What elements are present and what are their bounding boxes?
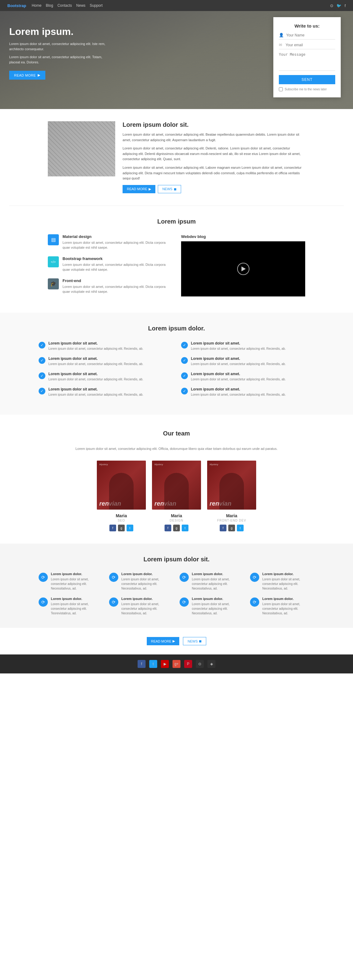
check-text-7: Lorem ipsum dolor sit amet. Lorem ipsum … xyxy=(191,372,286,382)
arrow-icon: ▶ xyxy=(38,73,40,77)
footer-cta-buttons: READ MORE ▶ NEWS ◼ xyxy=(9,637,344,645)
nav-support[interactable]: Support xyxy=(90,3,103,8)
services-title: Lorem ipsum dolor sit. xyxy=(9,556,344,563)
check-text-6: Lorem ipsum dolor sit amet. Lorem ipsum … xyxy=(191,356,286,366)
play-button[interactable] xyxy=(237,263,249,275)
service-title-8: Lorem ipsum dolor. xyxy=(262,597,315,601)
service-title-1: Lorem ipsum dolor. xyxy=(51,572,103,576)
google-social-icon-1[interactable]: g xyxy=(118,525,125,531)
article-news-button[interactable]: NEWS ◼ xyxy=(158,185,181,193)
article-image-pattern xyxy=(48,121,115,177)
service-item-5: ⟳ Lorem ipsum dolor. Lorem ipsum dolor s… xyxy=(38,597,103,616)
check-item: ✓ Lorem ipsum dolor sit amet. Lorem ipsu… xyxy=(181,372,315,382)
nav-home[interactable]: Home xyxy=(32,3,42,8)
features-grid: ▤ Material design Lorem ipsum dolor sit … xyxy=(48,234,305,301)
twitter-social-icon-3[interactable]: t xyxy=(237,525,244,531)
hero-read-more-button[interactable]: READ MORE ▶ xyxy=(9,71,45,80)
sent-button[interactable]: SENT xyxy=(279,75,335,84)
footer-icons: f t ▶ g+ P ⊙ ◈ xyxy=(137,660,216,668)
checklist-col-2: ✓ Lorem ipsum dolor sit amet. Lorem ipsu… xyxy=(181,341,315,402)
team-socials-3: f g t xyxy=(207,525,256,531)
footer-github-icon[interactable]: ⊙ xyxy=(196,660,204,668)
video-label: Webdev blog xyxy=(181,234,305,239)
nav-contacts[interactable]: Contacts xyxy=(57,3,72,8)
check-desc-1: Lorem ipsum dolor sit amet, consectetur … xyxy=(48,346,144,351)
twitter-social-icon-2[interactable]: t xyxy=(182,525,188,531)
feature-material-title: Material design xyxy=(62,234,172,239)
navbar: Bootstrap Home Blog Contacts News Suppor… xyxy=(0,0,353,11)
check-text-2: Lorem ipsum dolor sit amet. Lorem ipsum … xyxy=(48,356,144,366)
service-item-2: ⟳ Lorem ipsum dolor. Lorem ipsum dolor s… xyxy=(109,572,173,591)
facebook-icon[interactable]: f xyxy=(344,3,346,8)
check-desc-3: Lorem ipsum dolor sit amet, consectetur … xyxy=(48,377,144,382)
nav-blog[interactable]: Blog xyxy=(46,3,53,8)
twitter-icon[interactable]: 🐦 xyxy=(337,3,341,8)
feature-item-material: ▤ Material design Lorem ipsum dolor sit … xyxy=(48,234,172,250)
features-list: ▤ Material design Lorem ipsum dolor sit … xyxy=(48,234,172,301)
check-title-3: Lorem ipsum dolor sit amet. xyxy=(48,372,144,376)
article-para-3: Lorem ipsum dolor sit amet, consectetur … xyxy=(123,165,305,181)
footer-read-more-button[interactable]: READ MORE ▶ xyxy=(147,637,180,645)
footer: f t ▶ g+ P ⊙ ◈ xyxy=(0,654,353,673)
check-desc-6: Lorem ipsum dolor sit amet, consectetur … xyxy=(191,362,286,366)
video-box: Webdev blog xyxy=(181,234,305,301)
service-item-8: ⟳ Lorem ipsum dolor. Lorem ipsum dolor s… xyxy=(250,597,315,616)
facebook-social-icon-1[interactable]: f xyxy=(109,525,116,531)
hero-section: Lorem ipsum. Lorem ipsum dolor sit amet,… xyxy=(0,11,353,109)
service-text-1: Lorem ipsum dolor. Lorem ipsum dolor sit… xyxy=(51,572,103,591)
footer-codepen-icon[interactable]: ◈ xyxy=(208,660,216,668)
service-item-6: ⟳ Lorem ipsum dolor. Lorem ipsum dolor s… xyxy=(109,597,173,616)
github-icon[interactable]: ⊙ xyxy=(330,3,334,8)
article-read-more-button[interactable]: READ MORE ▶ xyxy=(123,185,155,193)
subscribe-checkbox[interactable] xyxy=(279,87,283,91)
service-icon-3: ⟳ xyxy=(180,573,189,582)
nav-news[interactable]: News xyxy=(76,3,86,8)
check-title-7: Lorem ipsum dolor sit amet. xyxy=(191,372,286,376)
footer-youtube-icon[interactable]: ▶ xyxy=(161,660,169,668)
google-social-icon-2[interactable]: g xyxy=(173,525,180,531)
article-para-1: Lorem ipsum dolor sit amet, consectetur … xyxy=(123,132,305,143)
email-input[interactable] xyxy=(286,43,335,47)
facebook-social-icon-3[interactable]: f xyxy=(220,525,227,531)
checklist-title: Lorem ipsum dolor. xyxy=(9,325,344,332)
team-card-1: Mystery renvian Maria SEO f g t xyxy=(97,461,146,531)
service-icon-7: ⟳ xyxy=(180,598,189,607)
footer-facebook-icon[interactable]: f xyxy=(137,660,145,668)
team-role-3: FRONT-END DEV xyxy=(207,519,256,522)
video-player[interactable] xyxy=(181,241,305,296)
email-icon: ✉ xyxy=(279,43,283,47)
facebook-social-icon-2[interactable]: f xyxy=(165,525,171,531)
article-buttons: READ MORE ▶ NEWS ◼ xyxy=(123,185,305,193)
service-desc-3: Lorem ipsum dolor sit amet, consectetur … xyxy=(192,577,244,591)
hero-text-1: Lorem ipsum dolor sit amet, consectetur … xyxy=(9,41,113,51)
article-text: Lorem ipsum dolor sit. Lorem ipsum dolor… xyxy=(123,121,305,193)
twitter-social-icon-1[interactable]: t xyxy=(126,525,133,531)
name-field: 👤 xyxy=(279,33,335,40)
check-title-8: Lorem ipsum dolor sit amet. xyxy=(191,387,286,391)
service-desc-4: Lorem ipsum dolor sit amet, consectetur … xyxy=(262,577,315,591)
check-icon-5: ✓ xyxy=(181,342,188,348)
bootstrap-icon: </> xyxy=(48,256,59,267)
service-desc-6: Lorem ipsum dolor sit amet, consectetur … xyxy=(121,602,173,616)
team-card-3: Mystery renvian Maria FRONT-END DEV f g … xyxy=(207,461,256,531)
check-item: ✓ Lorem ipsum dolor sit amet. Lorem ipsu… xyxy=(181,356,315,366)
footer-pinterest-icon[interactable]: P xyxy=(184,660,192,668)
nav-brand[interactable]: Bootstrap xyxy=(7,3,26,8)
feature-frontend-title: Front-end xyxy=(62,278,172,283)
footer-googleplus-icon[interactable]: g+ xyxy=(173,660,180,668)
person-silhouette-3 xyxy=(219,473,244,510)
checklist-grid: ✓ Lorem ipsum dolor sit amet. Lorem ipsu… xyxy=(38,341,315,402)
google-social-icon-3[interactable]: g xyxy=(228,525,235,531)
service-text-2: Lorem ipsum dolor. Lorem ipsum dolor sit… xyxy=(121,572,173,591)
message-input[interactable] xyxy=(279,52,335,68)
check-title-1: Lorem ipsum dolor sit amet. xyxy=(48,341,144,345)
name-input[interactable] xyxy=(286,33,335,37)
contact-title: Write to us: xyxy=(279,23,335,29)
footer-news-button[interactable]: NEWS ◼ xyxy=(183,637,206,645)
check-desc-8: Lorem ipsum dolor sit amet, consectetur … xyxy=(191,392,286,397)
article-image xyxy=(48,121,115,177)
hero-content: Lorem ipsum. Lorem ipsum dolor sit amet,… xyxy=(9,26,113,80)
footer-twitter-icon[interactable]: t xyxy=(149,660,157,668)
features-section: Lorem ipsum ▤ Material design Lorem ipsu… xyxy=(0,206,353,313)
service-desc-7: Lorem ipsum dolor sit amet, consectetur … xyxy=(192,602,244,616)
